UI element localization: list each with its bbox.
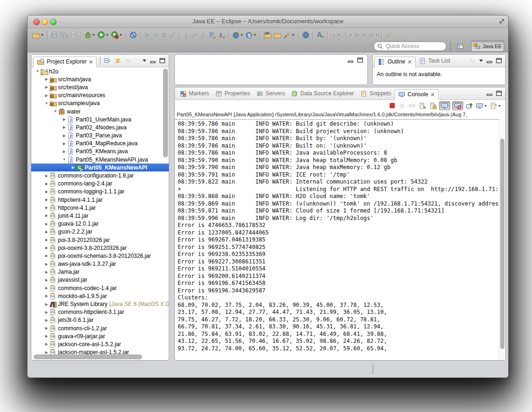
tree-item-commons-logging-1-1-1-jar[interactable]: ▶010commons-logging-1.1.1.jar (31, 188, 169, 196)
collapsed-arrow-icon[interactable]: ▶ (44, 286, 49, 290)
clear-console-button[interactable] (418, 102, 427, 110)
tree-item-mockito-all-1-9-5-jar[interactable]: ▶010mockito-all-1.9.5.jar (31, 292, 169, 300)
pin-console-button[interactable] (465, 102, 474, 110)
tab-properties[interactable]: Properties (212, 87, 253, 99)
collapsed-arrow-icon[interactable]: ▶ (44, 270, 49, 274)
terminate-button[interactable] (388, 101, 396, 110)
tree-item-part05-kmeansnewapi[interactable]: ▶CPart05_KMeansNewAPI (31, 163, 169, 171)
collapsed-arrow-icon[interactable]: ▶ (44, 302, 49, 306)
collapsed-arrow-icon[interactable]: ▶ (44, 174, 49, 178)
tab-servers[interactable]: Servers (253, 87, 288, 99)
tree-item-jre-system-library[interactable]: ▶JRE System Library[Java SE 6 (MacOS X D… (31, 300, 169, 308)
tree-item-jets3t-0-6-1-jar[interactable]: ▶010jets3t-0.6.1.jar (31, 316, 169, 324)
tree-item-commons-cli-1-2-jar[interactable]: ▶010commons-cli-1.2.jar (31, 324, 169, 332)
tab-snippets[interactable]: Snippets (357, 87, 395, 99)
close-icon[interactable] (408, 60, 412, 64)
run-button[interactable]: ▼ (96, 30, 110, 40)
collapsed-arrow-icon[interactable]: ▶ (44, 310, 49, 314)
expanded-arrow-icon[interactable]: ▼ (53, 109, 58, 114)
tree-item-src-test-java[interactable]: ▶src/test/java (31, 83, 169, 91)
collapsed-arrow-icon[interactable]: ▶ (62, 149, 67, 154)
link-with-editor-icon[interactable] (114, 57, 122, 64)
tree-item-part01-usermain-java[interactable]: ▶JPart01_UserMain.java (31, 115, 169, 123)
maximize-icon[interactable] (357, 57, 363, 63)
tree-item-poi-ooxml-3-8-20120326-jar[interactable]: ▶010poi-ooxml-3.8-20120326.jar (31, 244, 169, 252)
minimize-icon[interactable] (348, 58, 354, 63)
tab-console[interactable]: Console (395, 89, 439, 100)
tree-item-httpcore-4-1-jar[interactable]: ▶010httpcore-4.1.jar (31, 204, 169, 212)
console-log[interactable]: 08:39:59.786 main INFO WATER: Build git … (175, 119, 499, 354)
close-icon[interactable] (89, 60, 93, 64)
grow-icon[interactable] (499, 18, 505, 24)
collapsed-arrow-icon[interactable]: ▶ (44, 238, 49, 242)
tree-item-aws-java-sdk-1-3-27-jar[interactable]: ▶010aws-java-sdk-1.3.27.jar (31, 260, 169, 268)
tree-item-junit-4-11-jar[interactable]: ▶010junit-4.11.jar (31, 212, 169, 220)
new-wizard-button[interactable]: ▼ (31, 30, 45, 40)
run-history-button[interactable]: ▼ (110, 30, 123, 40)
tree-item-part05-kmeansnewapi-java[interactable]: ▼JPart05_KMeansNewAPI.java (31, 156, 169, 163)
tab-project-explorer[interactable]: Project Explorer (33, 57, 97, 67)
tree-item-src-main-java[interactable]: ▶src/main/java (31, 75, 169, 83)
collapsed-arrow-icon[interactable]: ▶ (44, 77, 49, 81)
quick-access-box[interactable] (374, 41, 446, 51)
tree-item-commons-httpclient-3-1-jar[interactable]: ▶010commons-httpclient-3.1.jar (31, 308, 169, 316)
tree-item-src-main-resources[interactable]: ▶src/main/resources (31, 92, 169, 99)
expanded-arrow-icon[interactable]: ▼ (44, 101, 49, 106)
tab-markers[interactable]: Markers (177, 87, 212, 99)
show-stdout-button[interactable] (439, 101, 450, 110)
tree-horizontal-scrollbar[interactable] (34, 355, 142, 359)
tree-item-part02-4nodes-java[interactable]: ▶JPart02_4Nodes.java (31, 123, 169, 131)
scroll-lock-button[interactable] (429, 102, 437, 110)
tree-item-poi-3-8-20120326-jar[interactable]: ▶010poi-3.8-20120326.jar (31, 236, 169, 244)
tab-outline[interactable]: Outline (374, 57, 416, 67)
collapsed-arrow-icon[interactable]: ▶ (44, 182, 49, 186)
tab-data-source-explorer[interactable]: Data Source Explorer (288, 87, 357, 99)
collapsed-arrow-icon[interactable]: ▶ (62, 134, 67, 138)
collapsed-arrow-icon[interactable]: ▶ (62, 117, 67, 121)
tree-item-commons-lang-2-4-jar[interactable]: ▶010commons-lang-2.4.jar (31, 180, 169, 188)
tree-item-commons-configuration-1-6-jar[interactable]: ▶010commons-configuration-1.6.jar (31, 171, 169, 179)
collapsed-arrow-icon[interactable]: ▶ (44, 85, 49, 89)
tree-item-gson-2-2-2-jar[interactable]: ▶010gson-2.2.2.jar (31, 228, 169, 236)
perspective-java-ee-button[interactable]: Java EE (471, 41, 504, 52)
open-perspective-button[interactable] (455, 41, 467, 51)
paintbrush-button[interactable]: ▼ (282, 30, 296, 40)
collapsed-arrow-icon[interactable]: ▶ (44, 294, 49, 298)
collapsed-arrow-icon[interactable]: ▶ (44, 326, 49, 330)
tree-item-guava-12-0-1-jar[interactable]: ▶010guava-12.0.1.jar (31, 220, 169, 228)
collapsed-arrow-icon[interactable]: ▶ (44, 350, 49, 355)
collapsed-arrow-icon[interactable]: ▶ (44, 198, 49, 202)
minimize-window-button[interactable] (42, 19, 48, 25)
tree-item-part04-mapreduce-java[interactable]: ▶JPart04_MapReduce.java (31, 140, 169, 148)
tree-item-src-samples-java[interactable]: ▼src/samples/java (31, 99, 169, 107)
quick-access-input[interactable] (385, 43, 459, 50)
close-icon[interactable] (431, 92, 435, 97)
open-console-button[interactable]: ▼ (489, 102, 502, 110)
tree-item-commons-codec-1-4-jar[interactable]: ▶010commons-codec-1.4.jar (31, 284, 169, 292)
collapsed-arrow-icon[interactable]: ▶ (44, 278, 49, 282)
tree-item-javassist-jar[interactable]: ▶010javassist.jar (31, 276, 169, 284)
collapsed-arrow-icon[interactable]: ▶ (44, 213, 49, 218)
open-resource-button[interactable] (273, 30, 282, 40)
console-log-area[interactable]: 08:39:59.786 main INFO WATER: Build git … (175, 119, 499, 360)
tree-item-jackson-mapper-asl-1-5-2-jar[interactable]: ▶010jackson-mapper-asl-1.5.2.jar (31, 348, 169, 355)
collapsed-arrow-icon[interactable]: ▶ (44, 334, 49, 338)
collapsed-arrow-icon[interactable]: ▶ (44, 190, 49, 194)
editor-area[interactable] (174, 54, 368, 85)
tree-item-part03-parse-java[interactable]: ▶JPart03_Parse.java (31, 132, 169, 140)
maximize-icon[interactable] (496, 91, 502, 96)
tab-task-list[interactable]: Task List (416, 55, 453, 67)
tree-item-poi-ooxml-schemas-3-8-20120326-jar[interactable]: ▶010poi-ooxml-schemas-3.8-20120326.jar (31, 252, 169, 260)
open-type-button[interactable] (263, 30, 273, 40)
tree-item-part05-kmeans-java[interactable]: ▶JPart05_KMeans.java (31, 148, 169, 156)
collapsed-arrow-icon[interactable]: ▶ (44, 230, 49, 234)
statusbar-grip[interactable] (372, 365, 374, 374)
collapsed-arrow-icon[interactable]: ▶ (62, 125, 67, 129)
collapsed-arrow-icon[interactable]: ▶ (44, 246, 49, 250)
expanded-arrow-icon[interactable]: ▼ (62, 157, 67, 162)
maximize-icon[interactable] (159, 58, 165, 64)
console-scrollbar-thumb[interactable] (500, 139, 504, 349)
new-web-service-client-button[interactable]: S▼ (244, 30, 258, 40)
titlebar[interactable]: Java EE – Eclipse – /Users/tomk/Document… (28, 15, 508, 28)
display-console-button[interactable]: ▼ (475, 102, 488, 110)
